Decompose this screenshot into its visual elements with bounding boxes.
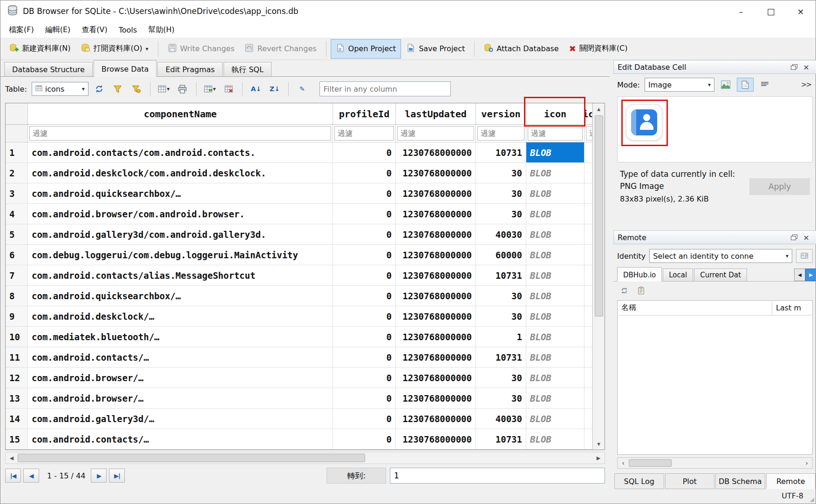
column-header-lastupdated[interactable]: lastUpdated [396,103,476,124]
cell-lastupdated[interactable]: 1230768000000 [396,183,476,203]
filter-input-version[interactable] [477,126,524,141]
scroll-left-icon[interactable]: ‹ [618,458,629,468]
cell-profileid[interactable]: 0 [333,204,396,224]
cell-version[interactable]: 30 [476,204,526,224]
cell-componentname[interactable]: com.android.deskclock/… [28,306,333,326]
column-header-profileid[interactable]: profileId [333,103,396,124]
row-number[interactable]: 5 [6,224,28,244]
first-record-button[interactable]: |◀ [5,469,21,483]
tab-edit-pragmas[interactable]: Edit Pragmas [157,62,223,76]
row-number[interactable]: 3 [6,183,28,203]
identity-select[interactable]: Select an identity to conne ▾ [649,249,792,263]
cell-version[interactable]: 60000 [476,245,526,265]
close-button[interactable]: × [786,0,816,22]
cell-overflow[interactable] [585,388,592,408]
table-select[interactable]: icons ▾ [32,82,88,96]
cell-lastupdated[interactable]: 1230768000000 [396,224,476,244]
remote-clone-button[interactable] [635,284,647,296]
cell-lastupdated[interactable]: 1230768000000 [396,368,476,388]
cell-lastupdated[interactable]: 1230768000000 [396,204,476,224]
cell-version[interactable]: 10731 [476,142,526,162]
cell-overflow[interactable] [585,429,592,449]
cell-icon[interactable]: BLOB [526,347,585,367]
cell-version[interactable]: 30 [476,286,526,306]
cell-overflow[interactable] [585,347,592,367]
cell-version[interactable]: 30 [476,306,526,326]
dock-tab-db-schema[interactable]: DB Schema [715,473,765,489]
remote-horizontal-scrollbar[interactable]: ‹ › [617,457,813,469]
column-header-componentname[interactable]: componentName [28,103,333,124]
cell-lastupdated[interactable]: 1230768000000 [396,286,476,306]
cell-componentname[interactable]: com.android.gallery3d/… [28,409,333,429]
cell-overflow[interactable] [585,142,592,162]
cell-profileid[interactable]: 0 [333,286,396,306]
cell-icon[interactable]: BLOB [526,327,585,347]
tab-browse-data[interactable]: Browse Data [94,60,157,77]
column-header-version[interactable]: version [476,103,526,124]
remote-refresh-button[interactable] [618,284,630,296]
attach-database-button[interactable]: Attach Database [479,39,564,59]
cell-overflow[interactable] [585,183,592,203]
maximize-button[interactable]: □ [756,0,786,22]
cell-profileid[interactable]: 0 [333,245,396,265]
cell-lastupdated[interactable]: 1230768000000 [396,429,476,449]
cell-overflow[interactable] [585,368,592,388]
cell-version[interactable]: 40030 [476,224,526,244]
cell-overflow[interactable] [585,224,592,244]
cell-profileid[interactable]: 0 [333,409,396,429]
filter-input-lastupdated[interactable] [397,126,474,141]
new-record-button[interactable]: ▾ [156,82,172,96]
tab-scroll-left-icon[interactable]: ◀ [794,269,805,281]
float-dock-icon[interactable] [788,61,800,73]
vertical-scrollbar[interactable]: ▲ ▼ [592,103,605,450]
revert-changes-button[interactable]: Revert Changes [239,39,321,59]
remote-column-lastmodified[interactable]: Last m [772,301,812,315]
menu-tools[interactable]: Tools [113,24,143,36]
cell-componentname[interactable]: com.android.browser/com.android.browser. [28,204,333,224]
global-filter-input[interactable] [320,81,451,96]
vertical-scrollbar-thumb[interactable] [595,115,603,316]
cell-componentname[interactable]: com.android.contacts/com.android.contact… [28,142,333,162]
cell-componentname[interactable]: com.android.quicksearchbox/… [28,286,333,306]
goto-record-input[interactable] [390,468,605,484]
cell-profileid[interactable]: 0 [333,265,396,285]
row-number[interactable]: 14 [6,409,28,429]
filter-input-profileid[interactable] [334,126,394,141]
cell-overflow[interactable] [585,204,592,224]
cell-componentname[interactable]: com.android.deskclock/com.android.deskcl… [28,163,333,183]
cell-overflow[interactable] [585,245,592,265]
tab-execute-sql[interactable]: 執行 SQL [224,62,272,76]
cell-lastupdated[interactable]: 1230768000000 [396,306,476,326]
tab-database-structure[interactable]: Database Structure [4,62,93,76]
menu-file[interactable]: 檔案(F) [3,23,40,37]
row-number[interactable]: 10 [6,327,28,347]
row-number[interactable]: 1 [6,142,28,162]
cell-lastupdated[interactable]: 1230768000000 [396,245,476,265]
open-database-button[interactable]: 打開資料庫(O) ▾ [75,39,153,59]
previous-record-button[interactable]: ◀ [23,469,39,483]
cell-componentname[interactable]: com.mediatek.bluetooth/… [28,327,333,347]
cell-version[interactable]: 30 [476,368,526,388]
cell-version[interactable]: 30 [476,388,526,408]
cell-componentname[interactable]: com.android.gallery3d/com.android.galler… [28,224,333,244]
image-view-button[interactable] [717,78,734,92]
cell-overflow[interactable] [585,306,592,326]
cell-profileid[interactable]: 0 [333,306,396,326]
edit-cell-button[interactable]: ✎ [294,82,310,96]
row-number[interactable]: 9 [6,306,28,326]
cell-overflow[interactable] [585,409,592,429]
row-number[interactable]: 4 [6,204,28,224]
cell-componentname[interactable]: com.android.contacts/alias.MessageShortc… [28,265,333,285]
sort-descending-button[interactable]: Z↓ [267,82,283,96]
resize-grip-icon[interactable]: ◢ [810,496,814,503]
row-number[interactable]: 13 [6,388,28,408]
last-record-button[interactable]: ▶| [109,469,125,483]
delete-record-button[interactable] [221,82,237,96]
import-certificate-button[interactable] [796,249,813,263]
row-number[interactable]: 7 [6,265,28,285]
apply-button[interactable]: Apply [749,178,810,195]
cell-profileid[interactable]: 0 [333,327,396,347]
filter-input-overflow[interactable] [586,126,592,141]
tab-scroll-right-icon[interactable]: ▶ [805,269,816,281]
minimize-button[interactable]: – [726,0,756,22]
